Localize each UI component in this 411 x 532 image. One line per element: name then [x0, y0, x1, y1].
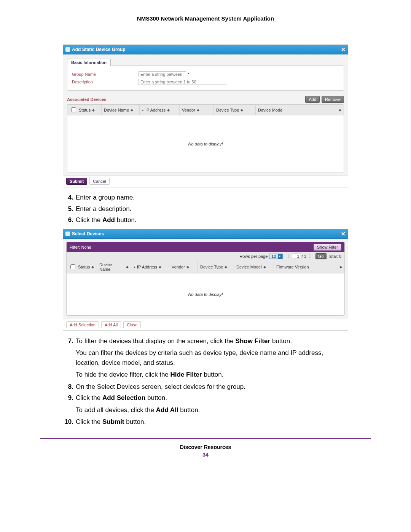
select-devices-dialog: Select Devices ✕ Filter: None Show Filte…	[63, 229, 348, 331]
col-device-model[interactable]: Device Model	[236, 265, 262, 269]
step-5-text: Enter a description.	[76, 204, 348, 214]
filter-label: Filter: None	[70, 245, 91, 249]
remove-button[interactable]: Remove	[322, 96, 344, 103]
col-ip-address[interactable]: IP Address	[137, 265, 157, 269]
sort-icon[interactable]: ◆	[225, 265, 227, 269]
grid-empty-message: No data to display!	[67, 115, 344, 173]
description-label: Description	[72, 80, 139, 84]
col-firmware-version[interactable]: Firmware Version	[276, 265, 309, 269]
add-selection-button[interactable]: Add Selection	[66, 321, 99, 328]
col-device-type[interactable]: Device Type	[200, 265, 223, 269]
required-icon: *	[188, 72, 189, 77]
sort-icon[interactable]: ◆	[126, 265, 129, 269]
chevron-down-icon: ▾	[278, 254, 282, 259]
sort-icon[interactable]: ◆	[91, 265, 94, 269]
sort-icon[interactable]: ◆	[186, 265, 189, 269]
associated-devices-label: Associated Devices	[67, 97, 106, 102]
col-vendor[interactable]: Vendor	[182, 108, 195, 112]
total-count-label: Total: 0	[328, 254, 341, 259]
page-number: 34	[40, 452, 371, 458]
sort-icon[interactable]: ◆	[92, 108, 95, 112]
col-status[interactable]: Status	[78, 265, 90, 269]
dialog-icon	[65, 47, 70, 52]
sort-icon[interactable]: ◆	[339, 265, 342, 269]
dialog-icon	[65, 232, 70, 236]
step-4-text: Enter a group name.	[76, 193, 348, 203]
step-10-text: Click the Submit button.	[76, 417, 348, 427]
col-device-type[interactable]: Device Type	[216, 108, 239, 112]
col-ip-address[interactable]: IP Address	[145, 108, 166, 112]
dialog-titlebar: Add Static Device Group ✕	[63, 45, 348, 54]
rows-per-page-label: Rows per page	[239, 254, 268, 259]
grid-empty-message: No data to display!	[67, 273, 344, 315]
add-button[interactable]: Add	[305, 96, 320, 103]
go-button[interactable]: Go	[315, 253, 327, 259]
sort-icon[interactable]: ◆	[241, 108, 243, 112]
footer-section-title: Discover Resources	[40, 444, 371, 450]
sort-asc-icon[interactable]: ▴	[134, 265, 135, 269]
sort-icon[interactable]: ◆	[263, 265, 266, 269]
footer-rule	[40, 438, 371, 439]
group-name-input[interactable]	[139, 71, 186, 77]
col-device-name[interactable]: Device Name	[99, 262, 124, 272]
sort-icon[interactable]: ◆	[159, 265, 161, 269]
dialog-title: Select Devices	[72, 231, 104, 236]
prev-page-icon[interactable]: 〈	[284, 253, 290, 260]
close-icon[interactable]: ✕	[341, 231, 346, 237]
sort-icon[interactable]: ◆	[339, 108, 341, 112]
step-7-sub1: You can filter the devices by criteria s…	[76, 348, 348, 367]
col-device-model[interactable]: Device Model	[258, 108, 284, 112]
dialog-titlebar: Select Devices ✕	[63, 229, 348, 239]
sort-icon[interactable]: ◆	[131, 108, 133, 112]
next-page-icon[interactable]: 〉	[308, 253, 314, 260]
group-name-label: Group Name	[72, 72, 139, 77]
associated-devices-grid: Status ◆ Device Name ◆ ▴ IP Address ◆ Ve…	[67, 104, 344, 173]
sort-icon[interactable]: ◆	[167, 108, 170, 112]
dialog-title: Add Static Device Group	[72, 47, 126, 52]
col-device-name[interactable]: Device Name	[104, 108, 129, 112]
col-status[interactable]: Status	[79, 108, 91, 112]
col-vendor[interactable]: Vendor	[172, 265, 185, 269]
page-number-input[interactable]	[292, 254, 300, 259]
close-icon[interactable]: ✕	[341, 46, 346, 53]
step-8-text: On the Select Devices screen, select dev…	[76, 382, 348, 392]
show-filter-button[interactable]: Show Filter	[314, 244, 341, 251]
step-6-text: Click the Add button.	[76, 215, 348, 225]
cancel-button[interactable]: Cancel	[89, 178, 109, 185]
select-all-checkbox[interactable]	[70, 264, 75, 269]
step-9-sub1: To add all devices, click the Add All bu…	[76, 405, 348, 415]
submit-button[interactable]: Submit	[66, 178, 87, 185]
rows-per-page-select[interactable]: 10▾	[269, 254, 282, 259]
document-title: NMS300 Network Management System Applica…	[40, 15, 371, 22]
add-all-button[interactable]: Add All	[101, 321, 121, 328]
page-total-label: / 1	[302, 254, 306, 259]
add-static-device-group-dialog: Add Static Device Group ✕ Basic Informat…	[63, 45, 348, 187]
step-7-sub2: To hide the device filter, click the Hid…	[76, 370, 348, 380]
select-all-checkbox[interactable]	[71, 107, 76, 112]
step-9-text: Click the Add Selection button.	[76, 393, 348, 403]
sort-icon[interactable]: ◆	[197, 108, 199, 112]
basic-information-tab: Basic Information	[67, 59, 111, 66]
description-input[interactable]	[139, 79, 226, 85]
step-7-text: To filter the devices that display on th…	[76, 336, 348, 346]
close-button[interactable]: Close	[123, 321, 141, 328]
sort-asc-icon[interactable]: ▴	[142, 108, 144, 112]
